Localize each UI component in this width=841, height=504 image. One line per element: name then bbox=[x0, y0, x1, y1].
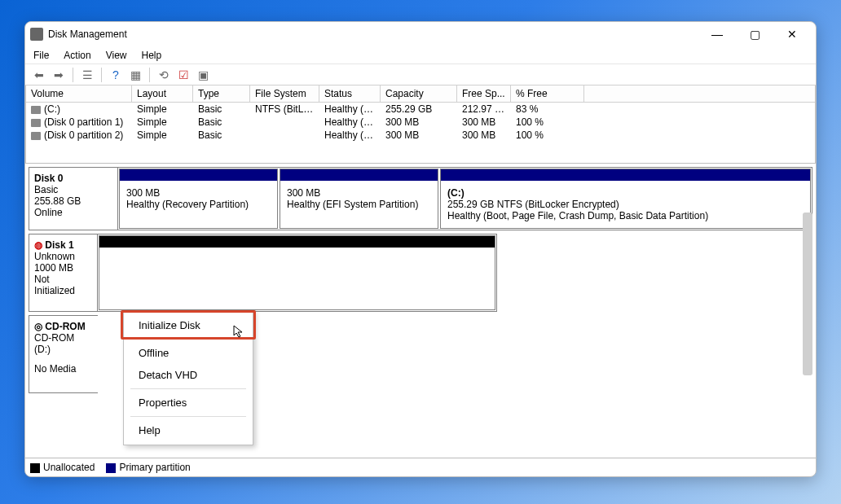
cell bbox=[250, 116, 319, 129]
cell: NTFS (BitLo... bbox=[250, 103, 319, 116]
partition-color-bar bbox=[99, 236, 495, 248]
col-type[interactable]: Type bbox=[193, 85, 250, 102]
ctx-help[interactable]: Help bbox=[124, 419, 253, 441]
col-volume[interactable]: Volume bbox=[26, 85, 132, 102]
toolbar: ⬅ ➡ ☰ ? ▦ ⟲ ☑ ▣ bbox=[25, 64, 816, 85]
col-capacity[interactable]: Capacity bbox=[381, 85, 457, 102]
settings-icon[interactable]: ▣ bbox=[196, 68, 210, 82]
back-icon[interactable]: ⬅ bbox=[32, 68, 46, 82]
cell: Simple bbox=[132, 116, 193, 129]
disk-name: Disk 0 bbox=[34, 173, 112, 184]
cell: Healthy (R... bbox=[319, 116, 381, 129]
cell: Basic bbox=[193, 103, 250, 116]
partition-c[interactable]: (C:) 255.29 GB NTFS (BitLocker Encrypted… bbox=[440, 169, 811, 229]
media-state: No Media bbox=[34, 363, 93, 375]
cell: Simple bbox=[132, 103, 193, 116]
refresh-icon[interactable]: ⟲ bbox=[156, 68, 171, 82]
cell: 300 MB bbox=[457, 116, 511, 129]
cell: 100 % bbox=[511, 129, 584, 142]
ctx-detach-vhd[interactable]: Detach VHD bbox=[124, 364, 253, 386]
volume-icon bbox=[31, 119, 41, 127]
part-name: (C:) bbox=[447, 187, 804, 199]
partition-recovery[interactable]: 300 MB Healthy (Recovery Partition) bbox=[119, 169, 278, 229]
volume-icon bbox=[31, 106, 41, 114]
menu-action[interactable]: Action bbox=[64, 50, 90, 61]
col-filesystem[interactable]: File System bbox=[250, 85, 319, 102]
legend: Unallocated Primary partition bbox=[25, 458, 816, 476]
part-size: 300 MB bbox=[287, 187, 431, 199]
table-row[interactable]: (Disk 0 partition 2) Simple Basic Health… bbox=[26, 129, 815, 142]
table-row[interactable]: (C:) Simple Basic NTFS (BitLo... Healthy… bbox=[26, 103, 815, 116]
cell: (Disk 0 partition 2) bbox=[44, 129, 123, 141]
separator bbox=[130, 388, 246, 389]
separator bbox=[101, 68, 102, 82]
table-header: Volume Layout Type File System Status Ca… bbox=[26, 85, 815, 103]
part-status: Healthy (Boot, Page File, Crash Dump, Ba… bbox=[447, 210, 804, 221]
cell: (Disk 0 partition 1) bbox=[44, 116, 123, 128]
partitions: 300 MB Healthy (Recovery Partition) 300 … bbox=[118, 167, 812, 230]
cell: 255.29 GB bbox=[381, 103, 457, 116]
disk-label: ◍ Disk 1 Unknown 1000 MB Not Initialized bbox=[29, 234, 98, 312]
app-icon bbox=[30, 28, 43, 41]
close-button[interactable]: ✕ bbox=[773, 22, 811, 46]
maximize-button[interactable]: ▢ bbox=[736, 22, 773, 46]
help-icon[interactable]: ? bbox=[108, 68, 123, 82]
col-free[interactable]: Free Sp... bbox=[457, 85, 511, 102]
swatch-unallocated bbox=[30, 463, 40, 473]
cell: Basic bbox=[193, 129, 250, 142]
scrollbar[interactable] bbox=[803, 213, 812, 375]
partition-color-bar bbox=[441, 169, 810, 181]
cell: (C:) bbox=[44, 103, 60, 115]
table-row[interactable]: (Disk 0 partition 1) Simple Basic Health… bbox=[26, 116, 815, 129]
disk-size: 1000 MB bbox=[34, 262, 92, 274]
context-menu: Initialize Disk Offline Detach VHD Prope… bbox=[123, 310, 253, 445]
drive-letter: CD-ROM (D:) bbox=[34, 332, 93, 355]
legend-primary: Primary partition bbox=[119, 462, 190, 473]
disk-name: Disk 1 bbox=[45, 239, 73, 251]
disk-type: Basic bbox=[34, 184, 112, 195]
window: Disk Management — ▢ ✕ File Action View H… bbox=[24, 21, 817, 477]
partition-unallocated[interactable] bbox=[99, 235, 495, 310]
list-icon[interactable]: ☰ bbox=[80, 68, 95, 82]
minimize-button[interactable]: — bbox=[698, 22, 736, 46]
partition-efi[interactable]: 300 MB Healthy (EFI System Partition) bbox=[280, 169, 438, 229]
part-status: Healthy (EFI System Partition) bbox=[287, 199, 431, 210]
titlebar: Disk Management — ▢ ✕ bbox=[25, 22, 816, 46]
cell: Simple bbox=[132, 129, 193, 142]
col-status[interactable]: Status bbox=[319, 85, 381, 102]
part-status: Healthy (Recovery Partition) bbox=[126, 199, 271, 210]
grid-icon[interactable]: ▦ bbox=[128, 68, 143, 82]
swatch-primary bbox=[106, 463, 116, 473]
volume-table: Volume Layout Type File System Status Ca… bbox=[25, 85, 816, 164]
col-layout[interactable]: Layout bbox=[132, 85, 193, 102]
cell: Basic bbox=[193, 116, 250, 129]
cell: 212.97 GB bbox=[457, 103, 511, 116]
window-title: Disk Management bbox=[48, 28, 698, 40]
disk-name: CD-ROM bbox=[45, 321, 85, 332]
col-pct-free[interactable]: % Free bbox=[511, 85, 584, 102]
ctx-properties[interactable]: Properties bbox=[124, 392, 253, 414]
cdrom-icon: ◎ bbox=[34, 321, 42, 332]
menu-help[interactable]: Help bbox=[142, 50, 162, 61]
partition-color-bar bbox=[120, 169, 277, 181]
disk-row-disk1[interactable]: ◍ Disk 1 Unknown 1000 MB Not Initialized bbox=[29, 234, 812, 312]
check-icon[interactable]: ☑ bbox=[176, 68, 191, 82]
menu-file[interactable]: File bbox=[33, 50, 49, 61]
cell: 100 % bbox=[511, 116, 584, 129]
ctx-initialize-disk[interactable]: Initialize Disk bbox=[124, 314, 253, 336]
separator bbox=[130, 416, 246, 417]
disk-state: Not Initialized bbox=[34, 274, 92, 296]
forward-icon[interactable]: ➡ bbox=[51, 68, 66, 82]
volume-icon bbox=[31, 132, 41, 140]
menubar: File Action View Help bbox=[25, 46, 816, 64]
cell: Healthy (E... bbox=[319, 129, 381, 142]
disk-row-disk0[interactable]: Disk 0 Basic 255.88 GB Online 300 MB Hea… bbox=[29, 167, 812, 230]
menu-view[interactable]: View bbox=[106, 50, 127, 61]
legend-unallocated: Unallocated bbox=[43, 462, 95, 473]
cell: 83 % bbox=[511, 103, 584, 116]
cell: 300 MB bbox=[381, 116, 457, 129]
ctx-offline[interactable]: Offline bbox=[124, 342, 253, 364]
part-size: 300 MB bbox=[126, 187, 271, 199]
disk-label: Disk 0 Basic 255.88 GB Online bbox=[29, 167, 118, 230]
alert-icon: ◍ bbox=[34, 239, 42, 251]
